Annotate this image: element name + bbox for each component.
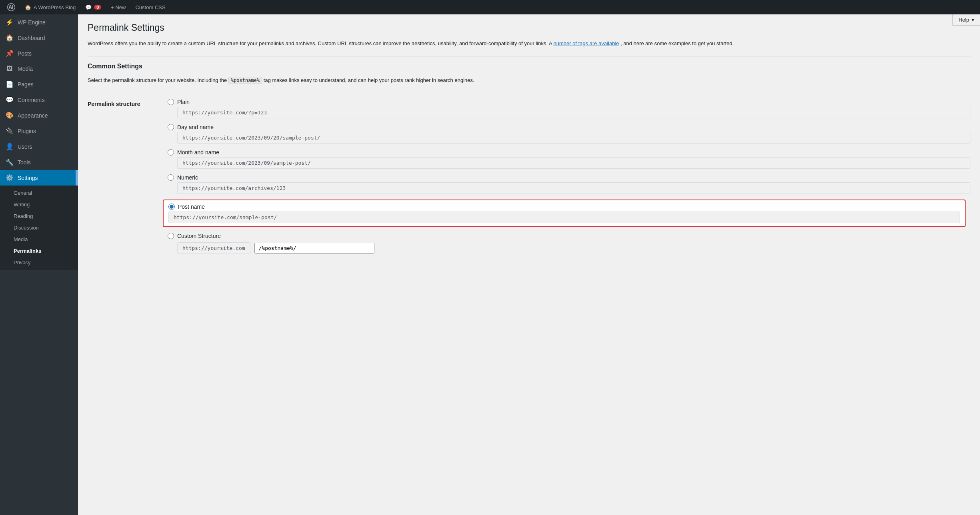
sidebar-label-plugins: Plugins (18, 128, 72, 134)
label-day-name[interactable]: Day and name (168, 124, 970, 130)
help-button[interactable]: Help ▾ (952, 14, 980, 26)
help-label: Help (958, 17, 969, 23)
submenu-permalinks[interactable]: Permalinks (0, 245, 78, 257)
radio-post-name[interactable] (168, 204, 175, 210)
url-day-name: https://yoursite.com/2023/09/20/sample-p… (177, 132, 970, 144)
sidebar-item-appearance[interactable]: 🎨 Appearance (0, 108, 78, 123)
submenu-media[interactable]: Media (0, 234, 78, 245)
label-plain-text: Plain (177, 99, 190, 105)
custom-css-label: Custom CSS (135, 4, 165, 10)
sidebar-label-settings: Settings (18, 175, 72, 181)
sidebar-item-tools[interactable]: 🔧 Tools (0, 154, 78, 170)
submenu-general[interactable]: General (0, 187, 78, 199)
sidebar-item-wp-engine[interactable]: ⚡ WP Engine (0, 14, 78, 30)
permalink-structure-row: Permalink structure Plain https://yoursi… (88, 93, 970, 265)
settings-icon: ⚙️ (6, 174, 14, 182)
posts-icon: 📌 (6, 50, 14, 57)
custom-base-url: https://yoursite.com (177, 242, 250, 254)
site-name: A WordPress Blog (34, 4, 76, 10)
adminbar-comments[interactable]: 💬 0 (81, 0, 105, 14)
label-post-name[interactable]: Post name (168, 204, 960, 210)
adminbar-new[interactable]: + New (107, 0, 130, 14)
radio-plain[interactable] (168, 99, 174, 105)
submenu-reading[interactable]: Reading (0, 210, 78, 222)
sidebar-item-plugins[interactable]: 🔌 Plugins (0, 123, 78, 139)
help-button-wrap: Help ▾ (952, 14, 980, 26)
comments-icon: 💬 (85, 4, 92, 10)
new-label: + New (111, 4, 126, 10)
radio-month-name[interactable] (168, 149, 174, 156)
permalink-structure-label: Permalink structure (88, 101, 140, 107)
radio-numeric[interactable] (168, 174, 174, 181)
option-custom: Custom Structure https://yoursite.com (168, 233, 970, 254)
adminbar-site[interactable]: 🏠 A WordPress Blog (21, 0, 80, 14)
option-month-name: Month and name https://yoursite.com/2023… (168, 149, 970, 169)
url-plain: https://yoursite.com/?p=123 (177, 107, 970, 118)
tags-link[interactable]: number of tags are available (553, 40, 619, 46)
sidebar-item-media[interactable]: 🖼 Media (0, 61, 78, 76)
intro-text-after: , and here are some examples to get you … (620, 40, 734, 46)
sidebar-item-dashboard[interactable]: 🏠 Dashboard (0, 30, 78, 46)
option-day-name: Day and name https://yoursite.com/2023/0… (168, 124, 970, 144)
url-month-name: https://yoursite.com/2023/09/sample-post… (177, 157, 970, 169)
admin-bar: 🏠 A WordPress Blog 💬 0 + New Custom CSS (0, 0, 980, 14)
option-post-name: Post name https://yoursite.com/sample-po… (163, 200, 966, 227)
appearance-icon: 🎨 (6, 112, 14, 119)
label-custom-text: Custom Structure (177, 233, 221, 239)
url-post-name: https://yoursite.com/sample-post/ (168, 212, 960, 223)
submenu-privacy[interactable]: Privacy (0, 257, 78, 268)
sidebar: ⚡ WP Engine 🏠 Dashboard 📌 Posts 🖼 Media … (0, 14, 78, 515)
pages-icon: 📄 (6, 80, 14, 88)
label-day-name-text: Day and name (177, 124, 214, 130)
dashboard-icon: 🏠 (6, 34, 14, 42)
desc-before: Select the permalink structure for your … (88, 77, 227, 83)
permalink-form-table: Permalink structure Plain https://yoursi… (88, 93, 970, 265)
label-plain[interactable]: Plain (168, 99, 970, 105)
sidebar-label-users: Users (18, 144, 72, 150)
label-month-name[interactable]: Month and name (168, 149, 970, 156)
comments-menu-icon: 💬 (6, 96, 14, 104)
label-numeric[interactable]: Numeric (168, 174, 970, 181)
plugins-icon: 🔌 (6, 127, 14, 135)
common-settings-desc: Select the permalink structure for your … (88, 76, 970, 85)
sidebar-label-appearance: Appearance (18, 112, 72, 119)
home-icon: 🏠 (25, 4, 31, 10)
sidebar-item-users[interactable]: 👤 Users (0, 139, 78, 154)
comments-count: 0 (94, 5, 101, 10)
wp-engine-icon: ⚡ (6, 18, 14, 26)
settings-submenu: General Writing Reading Discussion Media… (0, 186, 78, 270)
media-icon: 🖼 (6, 65, 14, 72)
adminbar-custom-css[interactable]: Custom CSS (131, 0, 169, 14)
custom-structure-inputs: https://yoursite.com (177, 242, 970, 254)
sidebar-item-comments[interactable]: 💬 Comments (0, 92, 78, 108)
sidebar-label-wp-engine: WP Engine (18, 19, 72, 26)
label-post-name-text: Post name (178, 204, 205, 210)
sidebar-label-pages: Pages (18, 81, 72, 88)
radio-custom[interactable] (168, 233, 174, 239)
label-numeric-text: Numeric (177, 174, 198, 181)
intro-paragraph: WordPress offers you the ability to crea… (88, 40, 970, 48)
wp-logo[interactable] (5, 0, 18, 14)
option-numeric: Numeric https://yoursite.com/archives/12… (168, 174, 970, 194)
sidebar-item-settings[interactable]: ⚙️ Settings (0, 170, 78, 186)
radio-day-name[interactable] (168, 124, 174, 130)
sidebar-label-media: Media (18, 66, 72, 72)
tools-icon: 🔧 (6, 158, 14, 166)
sidebar-item-pages[interactable]: 📄 Pages (0, 76, 78, 92)
field-label: Permalink structure (88, 93, 168, 265)
intro-text-before: WordPress offers you the ability to crea… (88, 40, 552, 46)
sidebar-label-tools: Tools (18, 159, 72, 166)
submenu-writing[interactable]: Writing (0, 199, 78, 210)
section-common-settings: Common Settings (88, 56, 970, 70)
sidebar-label-dashboard: Dashboard (18, 35, 72, 41)
sidebar-label-comments: Comments (18, 97, 72, 103)
option-plain: Plain https://yoursite.com/?p=123 (168, 99, 970, 118)
submenu-discussion[interactable]: Discussion (0, 222, 78, 234)
custom-structure-input[interactable] (254, 243, 374, 254)
permalink-options-cell: Plain https://yoursite.com/?p=123 Day an… (168, 93, 970, 265)
page-title: Permalink Settings (88, 22, 970, 33)
url-numeric: https://yoursite.com/archives/123 (177, 182, 970, 194)
sidebar-item-posts[interactable]: 📌 Posts (0, 46, 78, 61)
label-custom[interactable]: Custom Structure (168, 233, 970, 239)
postname-tag: %postname% (228, 77, 262, 84)
